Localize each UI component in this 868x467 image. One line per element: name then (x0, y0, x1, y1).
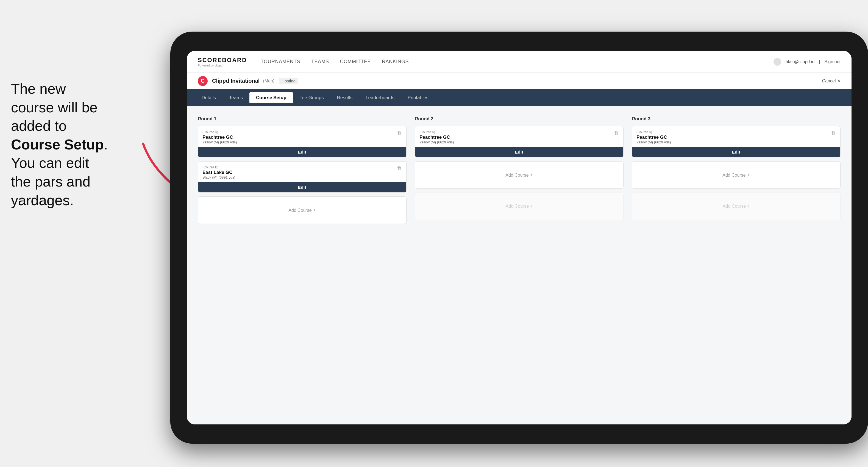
tab-tee-groups[interactable]: Tee Groups (293, 92, 331, 103)
round1-course-a-card: (Course A) Peachtree GC Yellow (M) (6629… (198, 126, 406, 157)
round3-add-course-button[interactable]: Add Course + (632, 161, 840, 189)
brand-sub: Powered by clippd (198, 64, 247, 67)
round1-add-course-button[interactable]: Add Course + (198, 196, 406, 224)
round3-course-a-delete-icon[interactable]: 🗑 (831, 130, 836, 136)
round1-course-b-label: (Course B) (203, 165, 236, 169)
tab-results[interactable]: Results (330, 92, 359, 103)
round2-course-a-info: (Course A) Peachtree GC Yellow (M) (6629… (420, 130, 454, 144)
round-3-column: Round 3 (Course A) Peachtree GC Yellow (… (632, 116, 840, 228)
tablet-device: SCOREBOARD Powered by clippd TOURNAMENTS… (170, 32, 868, 444)
round-1-column: Round 1 (Course A) Peachtree GC Yellow (… (198, 116, 406, 228)
brand-name: SCOREBOARD (198, 57, 247, 64)
round2-add-course-label: Add Course + (505, 172, 533, 178)
round1-add-course-plus-icon: + (313, 208, 316, 213)
round3-add-course-disabled-plus-icon: + (747, 204, 750, 209)
hosting-badge: Hosting (279, 78, 298, 84)
top-nav-links: TOURNAMENTS TEAMS COMMITTEE RANKINGS (261, 59, 774, 65)
top-nav: SCOREBOARD Powered by clippd TOURNAMENTS… (187, 51, 851, 73)
round1-course-b-details: Black (M) (6891 yds) (203, 175, 236, 179)
round1-course-b-delete-icon[interactable]: 🗑 (397, 165, 402, 171)
round1-course-a-label: (Course A) (203, 130, 237, 134)
round-2-column: Round 2 (Course A) Peachtree GC Yellow (… (415, 116, 623, 228)
round3-course-a-edit-button[interactable]: Edit (632, 147, 840, 157)
round2-course-a-name: Peachtree GC (420, 134, 454, 140)
round1-course-a-info: (Course A) Peachtree GC Yellow (M) (6629… (203, 130, 237, 144)
rounds-grid: Round 1 (Course A) Peachtree GC Yellow (… (198, 116, 840, 228)
round2-add-course-disabled: Add Course + (415, 193, 623, 220)
nav-separator: | (819, 59, 820, 64)
tab-teams[interactable]: Teams (222, 92, 249, 103)
round2-course-a-card: (Course A) Peachtree GC Yellow (M) (6629… (415, 126, 623, 157)
round2-course-a-details: Yellow (M) (6629 yds) (420, 140, 454, 144)
round2-add-course-disabled-label: Add Course + (506, 204, 533, 209)
main-content: Round 1 (Course A) Peachtree GC Yellow (… (187, 106, 851, 425)
cancel-button[interactable]: Cancel ✕ (822, 78, 840, 84)
round3-course-a-label: (Course A) (637, 130, 671, 134)
round-3-label: Round 3 (632, 116, 840, 122)
round2-add-course-button[interactable]: Add Course + (415, 161, 623, 189)
annotation-left: The new course will be added to Course S… (11, 80, 154, 210)
gender-tag: (Men) (263, 79, 274, 84)
round-1-label: Round 1 (198, 116, 406, 122)
tablet-screen: SCOREBOARD Powered by clippd TOURNAMENTS… (187, 51, 851, 425)
round2-course-a-label: (Course A) (420, 130, 454, 134)
user-email: blair@clippd.io (785, 59, 814, 64)
nav-teams[interactable]: TEAMS (311, 59, 329, 65)
round1-course-b-info: (Course B) East Lake GC Black (M) (6891 … (203, 165, 236, 179)
round1-course-a-header: (Course A) Peachtree GC Yellow (M) (6629… (198, 126, 406, 147)
round3-add-course-label: Add Course + (722, 172, 750, 178)
round1-course-b-card: (Course B) East Lake GC Black (M) (6891 … (198, 161, 406, 193)
nav-rankings[interactable]: RANKINGS (382, 59, 409, 65)
user-avatar (774, 58, 781, 66)
nav-tournaments[interactable]: TOURNAMENTS (261, 59, 300, 65)
round3-course-a-card: (Course A) Peachtree GC Yellow (M) (6629… (632, 126, 840, 157)
round3-course-a-header: (Course A) Peachtree GC Yellow (M) (6629… (632, 126, 840, 147)
sign-out-link[interactable]: Sign out (824, 59, 840, 64)
round3-course-a-details: Yellow (M) (6629 yds) (637, 140, 671, 144)
tab-course-setup[interactable]: Course Setup (249, 92, 293, 103)
nav-committee[interactable]: COMMITTEE (340, 59, 371, 65)
tab-printables[interactable]: Printables (401, 92, 435, 103)
round3-add-course-disabled: Add Course + (632, 193, 840, 220)
round2-add-course-plus-icon: + (530, 172, 533, 178)
tab-leaderboards[interactable]: Leaderboards (359, 92, 401, 103)
round3-course-a-name: Peachtree GC (637, 134, 671, 140)
round2-course-a-edit-button[interactable]: Edit (415, 147, 623, 157)
round1-course-b-name: East Lake GC (203, 170, 236, 175)
round1-course-b-header: (Course B) East Lake GC Black (M) (6891 … (198, 161, 406, 182)
round1-course-b-edit-button[interactable]: Edit (198, 182, 406, 192)
round1-course-a-details: Yellow (M) (6629 yds) (203, 140, 237, 144)
round2-add-course-disabled-plus-icon: + (530, 204, 533, 209)
tab-details[interactable]: Details (195, 92, 222, 103)
round1-course-a-name: Peachtree GC (203, 134, 237, 140)
round-2-label: Round 2 (415, 116, 623, 122)
round3-course-a-info: (Course A) Peachtree GC Yellow (M) (6629… (637, 130, 671, 144)
round1-course-a-delete-icon[interactable]: 🗑 (397, 130, 402, 136)
round2-course-a-delete-icon[interactable]: 🗑 (614, 130, 619, 136)
round3-add-course-plus-icon: + (747, 172, 750, 178)
round1-course-a-edit-button[interactable]: Edit (198, 147, 406, 157)
sub-header: C Clippd Invitational (Men) Hosting Canc… (187, 73, 851, 89)
round3-add-course-disabled-label: Add Course + (723, 204, 750, 209)
tournament-logo: C (198, 76, 208, 86)
logo-area: SCOREBOARD Powered by clippd (198, 57, 247, 67)
top-nav-right: blair@clippd.io | Sign out (774, 58, 840, 66)
round1-add-course-label: Add Course + (288, 208, 316, 213)
tab-bar: Details Teams Course Setup Tee Groups Re… (187, 89, 851, 106)
tournament-name: Clippd Invitational (212, 78, 259, 84)
round2-course-a-header: (Course A) Peachtree GC Yellow (M) (6629… (415, 126, 623, 147)
